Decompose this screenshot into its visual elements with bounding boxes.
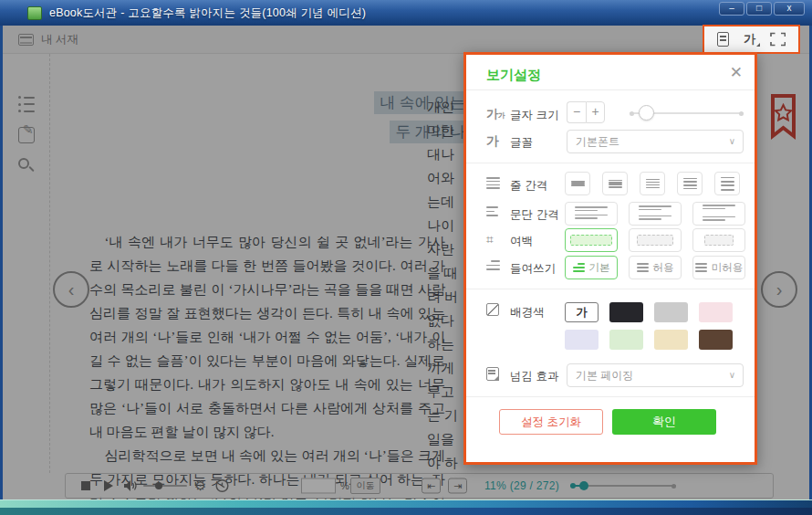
maximize-button[interactable]: □: [746, 2, 772, 16]
font-label: 글꼴: [510, 135, 533, 151]
indent-option-default-selected[interactable]: 기본: [565, 256, 618, 279]
font-size-decrease-button[interactable]: −: [567, 101, 586, 123]
chevron-down-icon: ∨: [729, 131, 735, 152]
font-size-label: 글자 크기: [510, 108, 558, 123]
font-size-tool-icon[interactable]: 가: [744, 31, 755, 47]
dialog-title: 보기설정: [486, 67, 541, 84]
fullscreen-icon[interactable]: [770, 32, 786, 47]
bg-swatch-gray[interactable]: [654, 302, 688, 322]
bg-swatch-green[interactable]: [609, 330, 643, 350]
line-spacing-option-4[interactable]: [677, 172, 703, 195]
bg-swatch-white-selected[interactable]: 가: [565, 302, 599, 322]
window-bottom-frame: [0, 499, 812, 515]
bg-swatch-dark[interactable]: [609, 302, 643, 322]
indent-option-allow[interactable]: 허용: [629, 256, 682, 279]
bg-swatch-pink[interactable]: [699, 302, 733, 322]
line-spacing-option-2[interactable]: [602, 172, 628, 195]
window-title: eBook도서관 - 고요할수록 밝아지는 것들(100쇄 기념 에디션): [49, 5, 366, 21]
font-size-slider[interactable]: [630, 105, 744, 121]
reset-settings-button[interactable]: 설정 초기화: [499, 409, 603, 435]
font-select-value: 기본폰트: [576, 135, 619, 148]
margin-icon: ⌗: [486, 232, 494, 247]
background-color-icon: [486, 303, 499, 316]
margin-option-2[interactable]: [629, 228, 682, 252]
page-effect-value: 기본 페이징: [576, 369, 633, 382]
background-color-label: 배경색: [510, 305, 545, 321]
paragraph-spacing-option-2[interactable]: [629, 202, 682, 226]
paragraph-spacing-option-3[interactable]: [692, 202, 745, 226]
margin-label: 여백: [510, 234, 533, 249]
page-effect-select[interactable]: 기본 페이징 ∨: [567, 363, 744, 387]
font-size-icon: 가가: [486, 106, 505, 122]
paragraph-spacing-label: 문단 간격: [510, 207, 558, 223]
viewer-tools-highlight: 가: [703, 25, 800, 54]
app-window: eBook도서관 - 고요할수록 밝아지는 것들(100쇄 기념 에디션) – …: [0, 0, 812, 515]
line-spacing-label: 줄 간격: [510, 178, 547, 194]
margin-option-1-selected[interactable]: [565, 228, 618, 252]
bg-swatch-cream[interactable]: [654, 330, 688, 350]
title-bar: eBook도서관 - 고요할수록 밝아지는 것들(100쇄 기념 에디션) – …: [0, 0, 812, 26]
view-settings-icon[interactable]: [717, 32, 729, 47]
line-spacing-option-1[interactable]: [565, 172, 590, 195]
indent-icon: [486, 260, 500, 270]
page-effect-icon: [486, 367, 499, 381]
app-icon: [27, 6, 42, 20]
font-size-stepper: − +: [567, 101, 605, 123]
minimize-button[interactable]: –: [719, 2, 744, 16]
margin-option-3[interactable]: [692, 228, 745, 252]
font-size-slider-knob[interactable]: [639, 105, 654, 121]
close-button[interactable]: x: [774, 2, 805, 16]
bg-swatch-brown[interactable]: [699, 330, 733, 350]
font-icon: 가: [486, 133, 499, 150]
font-select[interactable]: 기본폰트 ∨: [567, 130, 744, 153]
line-spacing-icon: [486, 177, 500, 189]
indent-label: 들여쓰기: [510, 261, 556, 277]
chevron-down-icon: ∨: [729, 364, 735, 386]
confirm-button[interactable]: 확인: [612, 409, 716, 435]
page-effect-label: 넘김 효과: [510, 369, 558, 384]
line-spacing-option-5[interactable]: [714, 172, 740, 195]
paragraph-spacing-option-1[interactable]: [565, 202, 618, 226]
dialog-close-icon[interactable]: ✕: [730, 63, 743, 82]
indent-option-disallow[interactable]: 미허용: [692, 256, 745, 279]
view-settings-dialog: 보기설정 ✕ 가가 글자 크기 − + 가 글꼴 기본폰트 ∨ 줄 간격: [463, 52, 757, 465]
line-spacing-option-3[interactable]: [640, 172, 665, 195]
font-size-increase-button[interactable]: +: [586, 101, 605, 123]
bg-swatch-lavender[interactable]: [565, 330, 599, 350]
paragraph-spacing-icon: [486, 206, 498, 216]
